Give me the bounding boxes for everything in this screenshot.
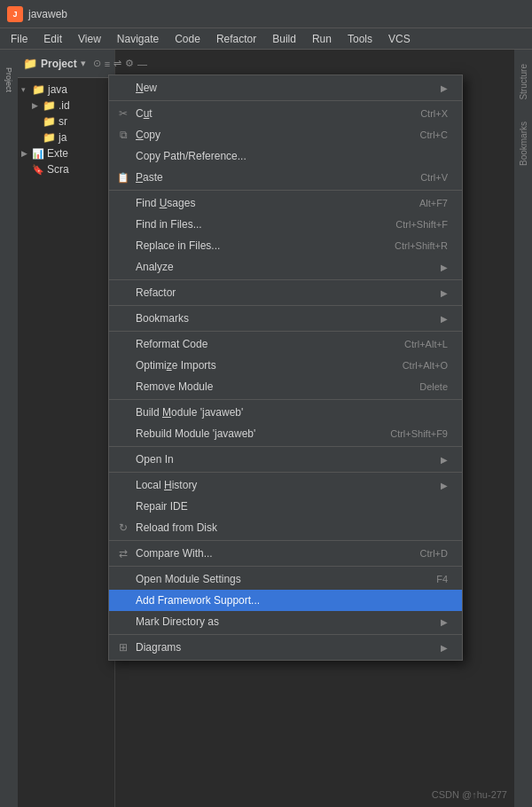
submenu-arrow: ▶ xyxy=(441,314,448,324)
ctx-reload-disk[interactable]: ↻ Reload from Disk xyxy=(109,517,462,538)
ctx-reformat[interactable]: Reformat Code Ctrl+Alt+L xyxy=(109,333,462,355)
toolbar-collapse-btn[interactable]: ≡ xyxy=(105,57,110,71)
ctx-paste[interactable]: 📋 Paste Ctrl+V xyxy=(109,167,462,188)
tree-label: ja xyxy=(59,131,66,144)
menu-navigate[interactable]: Navigate xyxy=(110,31,166,47)
ctx-label: Refactor xyxy=(136,286,434,299)
tree-label: Exte xyxy=(47,147,68,160)
paste-icon: 📋 xyxy=(116,170,130,184)
ctx-label: Optimize Imports xyxy=(136,359,385,372)
folder-icon: 📁 xyxy=(43,115,56,128)
menu-file[interactable]: File xyxy=(4,31,35,47)
ctx-build-module[interactable]: Build Module 'javaweb' xyxy=(109,402,462,423)
ide-title: javaweb xyxy=(28,8,67,20)
tree-item-sr[interactable]: ▶ 📁 sr xyxy=(18,114,114,129)
menu-run[interactable]: Run xyxy=(305,31,339,47)
menu-bar: File Edit View Navigate Code Refactor Bu… xyxy=(0,28,532,50)
ctx-label: Remove Module xyxy=(136,380,402,393)
ctx-copy[interactable]: ⧉ Copy Ctrl+C xyxy=(109,124,462,145)
menu-code[interactable]: Code xyxy=(168,31,207,47)
main-layout: Project 📁 Project ▾ ⊙ ≡ ⇌ ⚙ — ▾ 📁 java ▶… xyxy=(0,50,532,807)
right-sidebar: Structure Bookmarks xyxy=(514,50,532,807)
ctx-mark-directory[interactable]: Mark Directory as ▶ xyxy=(109,611,462,632)
ctx-cut[interactable]: ✂ Cut Ctrl+X xyxy=(109,103,462,124)
sidebar-structure-label[interactable]: Structure xyxy=(517,57,530,107)
tree-item-external[interactable]: ▶ 📊 Exte xyxy=(18,145,114,161)
menu-section-history: Local History ▶ Repair IDE ↻ Reload from… xyxy=(109,473,462,541)
ctx-refactor[interactable]: Refactor ▶ xyxy=(109,282,462,303)
ctx-add-framework[interactable]: Add Framework Support... xyxy=(109,590,462,611)
app-logo: J xyxy=(7,6,23,22)
menu-build[interactable]: Build xyxy=(265,31,303,47)
ctx-label: Reformat Code xyxy=(136,338,387,350)
submenu-arrow: ▶ xyxy=(441,643,448,653)
watermark: CSDN @↑hu-277 xyxy=(432,789,507,800)
ctx-repair-ide[interactable]: Repair IDE xyxy=(109,496,462,517)
ctx-label: Add Framework Support... xyxy=(136,594,448,607)
tree-item-scratch[interactable]: ▶ 🔖 Scra xyxy=(18,161,114,177)
ctx-bookmarks[interactable]: Bookmarks ▶ xyxy=(109,308,462,329)
menu-section-build: Build Module 'javaweb' Rebuild Module 'j… xyxy=(109,400,462,447)
menu-vcs[interactable]: VCS xyxy=(381,31,418,47)
project-panel: 📁 Project ▾ ⊙ ≡ ⇌ ⚙ — ▾ 📁 java ▶ 📁 .id ▶ xyxy=(18,50,115,807)
project-folder-icon: 📁 xyxy=(23,57,37,70)
toolbar-close-btn[interactable]: — xyxy=(137,57,147,71)
submenu-arrow: ▶ xyxy=(441,262,448,272)
ctx-module-settings[interactable]: Open Module Settings F4 xyxy=(109,568,462,590)
sidebar-bookmarks-label[interactable]: Bookmarks xyxy=(517,114,530,173)
menu-refactor[interactable]: Refactor xyxy=(209,31,263,47)
submenu-arrow: ▶ xyxy=(441,617,448,627)
project-tree: ▾ 📁 java ▶ 📁 .id ▶ 📁 sr ▶ 📁 ja ▶ 📊 xyxy=(18,78,114,807)
ctx-find-files[interactable]: Find in Files... Ctrl+Shift+F xyxy=(109,214,462,235)
toolbar-settings-btn[interactable]: ⚙ xyxy=(125,57,134,71)
submenu-arrow: ▶ xyxy=(441,455,448,465)
ctx-shortcut: Alt+F7 xyxy=(419,198,448,208)
menu-section-new: New ▶ xyxy=(109,75,462,101)
ctx-shortcut: Delete xyxy=(419,381,448,392)
project-dropdown-arrow[interactable]: ▾ xyxy=(81,58,86,69)
ctx-shortcut: Ctrl+Alt+O xyxy=(403,360,448,371)
tree-item-ja[interactable]: ▶ 📁 ja xyxy=(18,129,114,145)
toolbar-locate-btn[interactable]: ⊙ xyxy=(93,57,101,71)
tree-arrow: ▾ xyxy=(21,85,32,94)
compare-icon: ⇄ xyxy=(116,546,130,560)
ctx-label: Build Module 'javaweb' xyxy=(136,406,448,419)
folder-icon: 📁 xyxy=(32,83,45,96)
ctx-shortcut: Ctrl+C xyxy=(420,129,448,140)
project-toolbar: 📁 Project ▾ ⊙ ≡ ⇌ ⚙ — xyxy=(18,50,114,78)
ctx-diagrams[interactable]: ⊞ Diagrams ▶ xyxy=(109,637,462,658)
ctx-label: Analyze xyxy=(136,261,434,273)
menu-edit[interactable]: Edit xyxy=(36,31,69,47)
sidebar-project-icon[interactable]: Project xyxy=(2,53,16,106)
ctx-copy-path[interactable]: Copy Path/Reference... xyxy=(109,145,462,167)
toolbar-expand-btn[interactable]: ⇌ xyxy=(113,57,121,71)
ctx-label: Copy xyxy=(136,129,403,141)
menu-tools[interactable]: Tools xyxy=(340,31,379,47)
ctx-new[interactable]: New ▶ xyxy=(109,77,462,98)
project-label: Project xyxy=(41,58,77,70)
ctx-compare-with[interactable]: ⇄ Compare With... Ctrl+D xyxy=(109,543,462,564)
tree-item-id[interactable]: ▶ 📁 .id xyxy=(18,98,114,114)
ctx-find-usages[interactable]: Find Usages Alt+F7 xyxy=(109,192,462,214)
context-menu[interactable]: New ▶ ✂ Cut Ctrl+X ⧉ Copy Ctrl+C Copy Pa… xyxy=(108,74,463,661)
ctx-optimize-imports[interactable]: Optimize Imports Ctrl+Alt+O xyxy=(109,355,462,376)
ctx-local-history[interactable]: Local History ▶ xyxy=(109,474,462,496)
reload-icon: ↻ xyxy=(116,521,130,535)
ctx-label: Reload from Disk xyxy=(136,521,448,534)
title-bar: J javaweb xyxy=(0,0,532,28)
submenu-arrow: ▶ xyxy=(441,83,448,93)
ctx-analyze[interactable]: Analyze ▶ xyxy=(109,256,462,278)
menu-view[interactable]: View xyxy=(71,31,108,47)
left-sidebar: Project xyxy=(0,50,18,807)
ctx-remove-module[interactable]: Remove Module Delete xyxy=(109,376,462,397)
ctx-label: Find in Files... xyxy=(136,218,378,231)
ctx-rebuild-module[interactable]: Rebuild Module 'javaweb' Ctrl+Shift+F9 xyxy=(109,423,462,444)
tree-label: sr xyxy=(59,115,67,128)
tree-item-java[interactable]: ▾ 📁 java xyxy=(18,82,114,98)
ctx-label: Rebuild Module 'javaweb' xyxy=(136,427,372,440)
ctx-label: Diagrams xyxy=(136,641,434,654)
ctx-label: Cut xyxy=(136,107,403,120)
ctx-shortcut: F4 xyxy=(436,574,448,584)
ctx-replace-files[interactable]: Replace in Files... Ctrl+Shift+R xyxy=(109,235,462,256)
ctx-open-in[interactable]: Open In ▶ xyxy=(109,449,462,470)
